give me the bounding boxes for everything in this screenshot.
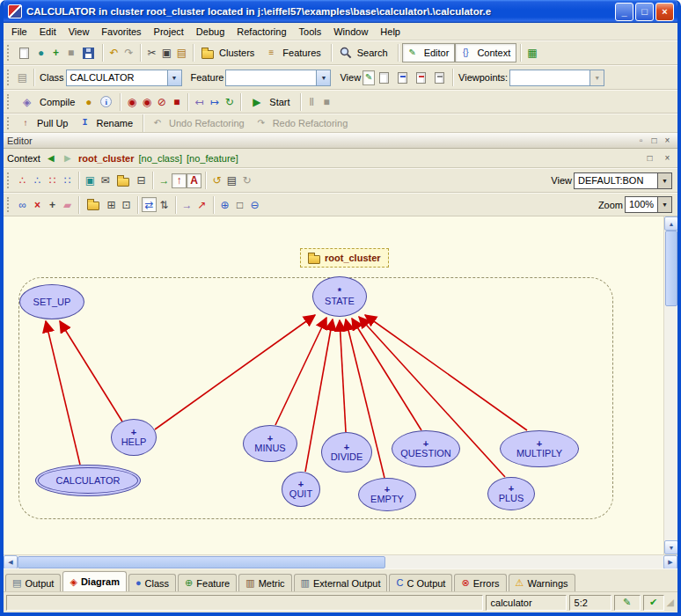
- debug-run-icon[interactable]: ◉: [124, 94, 139, 109]
- class-node-divide[interactable]: +DIVIDE: [321, 432, 372, 473]
- paste-icon[interactable]: ▤: [174, 46, 189, 61]
- client-link-icon[interactable]: →: [179, 197, 194, 212]
- editor-toggle[interactable]: ✎ Editor: [402, 43, 456, 62]
- undock-icon[interactable]: ▫: [634, 135, 648, 147]
- freeze-icon[interactable]: ●: [81, 94, 96, 109]
- tab-warnings[interactable]: ⚠Warnings: [509, 574, 575, 591]
- class-links-icon[interactable]: ∴: [15, 173, 30, 188]
- back-icon[interactable]: ◀: [45, 150, 57, 165]
- undo-icon[interactable]: ↶: [106, 46, 121, 61]
- close-icon[interactable]: ×: [661, 135, 674, 147]
- context-cluster[interactable]: root_cluster: [78, 153, 135, 164]
- zoom-combobox[interactable]: 100% ▼: [625, 196, 672, 213]
- zoom-in-icon[interactable]: ⊕: [217, 197, 232, 212]
- new-document-button[interactable]: [15, 43, 33, 62]
- menu-item-favorites[interactable]: Favorites: [95, 25, 147, 39]
- anchor-icon[interactable]: +: [45, 197, 60, 212]
- toolbar-grip[interactable]: [7, 70, 11, 85]
- tab-diagram[interactable]: ◈Diagram: [62, 571, 127, 591]
- context-toggle[interactable]: {} Context: [455, 43, 516, 62]
- diagram-undo-icon[interactable]: ↺: [209, 173, 224, 188]
- ctx-maximize-icon[interactable]: □: [643, 152, 656, 165]
- inheritance-link-icon[interactable]: ↗: [194, 197, 209, 212]
- toolbar-grip[interactable]: [7, 45, 11, 61]
- tab-output[interactable]: ▤Output: [5, 574, 61, 591]
- class-node-calculator[interactable]: CALCULATOR: [35, 465, 141, 496]
- scroll-right-icon[interactable]: ▶: [663, 555, 677, 569]
- viewpoints-combobox[interactable]: ▼: [509, 70, 604, 86]
- external-commands-icon[interactable]: ▦: [524, 46, 539, 61]
- toolbar-grip[interactable]: [7, 172, 11, 188]
- export-image-icon[interactable]: ▣: [83, 173, 98, 188]
- diagram-canvas[interactable]: root_cluster SET_UP*STATE+HELPCALCULATOR…: [4, 216, 663, 554]
- tab-c-output[interactable]: CC Output: [389, 574, 452, 591]
- menu-item-tools[interactable]: Tools: [293, 25, 328, 39]
- toolbar-grip[interactable]: [7, 197, 11, 213]
- new-cluster-button[interactable]: [83, 195, 104, 215]
- start-button[interactable]: ▶ Start: [245, 92, 296, 112]
- menu-item-edit[interactable]: Edit: [33, 25, 62, 39]
- redo-refactoring-button[interactable]: ↷ Redo Refactoring: [251, 114, 355, 133]
- zoom-area-icon[interactable]: □: [232, 197, 247, 212]
- labels-icon[interactable]: A: [187, 173, 201, 188]
- eraser-icon[interactable]: ▰: [60, 197, 75, 212]
- maximize-icon[interactable]: □: [648, 135, 661, 147]
- add-class-icon[interactable]: +: [48, 46, 63, 61]
- update-icon[interactable]: ↻: [222, 94, 237, 109]
- menu-item-view[interactable]: View: [62, 25, 96, 39]
- fit-icon[interactable]: ⊡: [119, 197, 134, 212]
- class-node-plus[interactable]: +PLUS: [487, 477, 535, 510]
- tab-feature[interactable]: ⊕Feature: [178, 574, 237, 591]
- save-button[interactable]: [78, 43, 99, 62]
- menu-item-file[interactable]: File: [5, 25, 33, 39]
- edit-view-icon[interactable]: ✎: [362, 70, 375, 85]
- horizontal-scroll-thumb[interactable]: [18, 556, 385, 568]
- title-bar[interactable]: CALCULATOR in cluster root_cluster locat…: [4, 0, 677, 23]
- vertical-scrollbar[interactable]: ▲ ▼: [663, 216, 677, 554]
- go-icon[interactable]: →: [157, 173, 172, 188]
- menu-item-refactoring[interactable]: Refactoring: [231, 25, 292, 39]
- ctx-close-icon[interactable]: ×: [661, 152, 674, 165]
- combo-arrow-icon[interactable]: ▼: [167, 70, 181, 85]
- combo-arrow-icon[interactable]: ▼: [589, 70, 604, 85]
- shell-icon[interactable]: ●: [33, 46, 48, 61]
- tab-external-output[interactable]: ▥External Output: [294, 574, 388, 591]
- forward-icon[interactable]: ▶: [62, 150, 74, 165]
- class-node-question[interactable]: +QUESTION: [392, 430, 460, 467]
- class-node-empty[interactable]: +EMPTY: [358, 478, 416, 511]
- feature-combobox[interactable]: ▼: [225, 70, 331, 86]
- melt-icon[interactable]: ↦: [207, 94, 222, 109]
- clusters-button[interactable]: Clusters: [197, 43, 260, 62]
- two-way-links-icon[interactable]: ⇄: [142, 197, 157, 212]
- class-node-quit[interactable]: +QUIT: [282, 472, 320, 507]
- info-button[interactable]: i: [96, 92, 116, 112]
- pause-icon[interactable]: Ⅱ: [304, 94, 319, 109]
- profile-icon[interactable]: ■: [63, 46, 78, 61]
- combo-arrow-icon[interactable]: ▼: [316, 70, 330, 85]
- mail-diagram-icon[interactable]: ✉: [98, 173, 113, 188]
- debug-interrupt-icon[interactable]: ◉: [139, 94, 154, 109]
- class-node-minus[interactable]: +MINUS: [243, 425, 297, 462]
- restore-button[interactable]: □: [635, 3, 654, 21]
- menu-item-debug[interactable]: Debug: [190, 25, 231, 39]
- arrange-icon[interactable]: ⊞: [104, 197, 119, 212]
- menu-item-project[interactable]: Project: [148, 25, 190, 39]
- history-up-icon[interactable]: ↑: [172, 173, 187, 188]
- stop-icon[interactable]: ■: [319, 94, 334, 109]
- horizontal-scrollbar[interactable]: ◀ ▶: [4, 554, 677, 568]
- combo-arrow-icon[interactable]: ▼: [657, 197, 671, 212]
- class-node-help[interactable]: +HELP: [111, 419, 157, 456]
- diagram-list-icon[interactable]: ▤: [224, 173, 239, 188]
- close-button[interactable]: ×: [655, 3, 674, 21]
- tab-errors[interactable]: ⊗Errors: [454, 574, 506, 591]
- toolbar-grip[interactable]: [7, 94, 11, 110]
- stop-application-icon[interactable]: ■: [169, 94, 184, 109]
- cut-icon[interactable]: ✂: [144, 46, 159, 61]
- menu-item-window[interactable]: Window: [327, 25, 374, 39]
- delete-icon[interactable]: ×: [30, 197, 45, 212]
- search-button[interactable]: Search: [335, 43, 394, 62]
- toolbar-grip[interactable]: [7, 117, 11, 129]
- new-tab-view-button[interactable]: [375, 68, 393, 87]
- interface-view-button[interactable]: [430, 68, 449, 87]
- scroll-down-icon[interactable]: ▼: [664, 540, 678, 554]
